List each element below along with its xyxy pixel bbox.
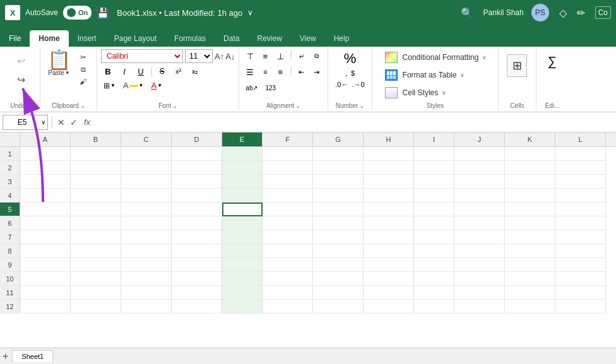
cell-g2[interactable] xyxy=(313,161,364,175)
cell-a1[interactable] xyxy=(20,147,71,161)
format-as-table-button[interactable]: Format as Table ∨ xyxy=(380,67,491,83)
cell-k1[interactable] xyxy=(505,147,555,161)
cell-g5[interactable] xyxy=(313,203,364,216)
cell-g1[interactable] xyxy=(313,147,364,161)
percent-button[interactable]: % xyxy=(344,50,357,67)
cell-i12[interactable] xyxy=(414,300,454,314)
cell-c4[interactable] xyxy=(121,189,172,203)
font-size-dropdown[interactable]: 11 xyxy=(185,49,213,63)
cell-c3[interactable] xyxy=(121,175,172,189)
cell-l11[interactable] xyxy=(555,286,606,300)
cell-l12[interactable] xyxy=(555,300,606,314)
cell-d5[interactable] xyxy=(172,203,222,216)
decrease-decimal-button[interactable]: .0← xyxy=(334,79,349,90)
redo-button[interactable]: ↪ xyxy=(12,71,31,88)
col-header-e[interactable]: E xyxy=(222,132,263,146)
cell-j9[interactable] xyxy=(454,258,505,272)
cell-h7[interactable] xyxy=(364,230,414,244)
cell-e8[interactable] xyxy=(222,244,263,258)
cell-a9[interactable] xyxy=(20,258,71,272)
cell-reference-box[interactable]: E5 xyxy=(3,115,41,130)
number-format-button[interactable]: 123 xyxy=(263,81,278,95)
cell-j6[interactable] xyxy=(454,216,505,230)
cell-h1[interactable] xyxy=(364,147,414,161)
tab-help[interactable]: Help xyxy=(325,30,358,47)
cells-button[interactable]: ⊞ xyxy=(504,52,530,79)
cell-l6[interactable] xyxy=(555,216,606,230)
cell-b2[interactable] xyxy=(71,161,121,175)
cell-i3[interactable] xyxy=(414,175,454,189)
cell-h3[interactable] xyxy=(364,175,414,189)
cell-e9[interactable] xyxy=(222,258,263,272)
cell-b10[interactable] xyxy=(71,272,121,286)
cell-l10[interactable] xyxy=(555,272,606,286)
tab-file[interactable]: File xyxy=(0,30,30,47)
tab-data[interactable]: Data xyxy=(215,30,248,47)
cell-a10[interactable] xyxy=(20,272,71,286)
cell-i4[interactable] xyxy=(414,189,454,203)
col-header-j[interactable]: J xyxy=(454,132,505,146)
cell-a7[interactable] xyxy=(20,230,71,244)
paste-button[interactable]: 📋 Paste ▼ xyxy=(45,50,73,76)
row-header-12[interactable]: 12 xyxy=(0,300,20,314)
cell-b5[interactable] xyxy=(71,203,121,216)
autosave-toggle[interactable]: On xyxy=(63,6,92,20)
align-right-button[interactable]: ≡ xyxy=(273,65,287,79)
font-color-button[interactable]: A ▼ xyxy=(149,79,165,91)
cell-f11[interactable] xyxy=(263,286,313,300)
row-header-5[interactable]: 5 xyxy=(0,203,20,216)
cell-k10[interactable] xyxy=(505,272,555,286)
align-middle-button[interactable]: ≡ xyxy=(258,49,272,63)
cell-f7[interactable] xyxy=(263,230,313,244)
font-group-expand-icon[interactable]: ⌄ xyxy=(172,102,177,109)
cell-f1[interactable] xyxy=(263,147,313,161)
undo-group-expand-icon[interactable]: ⌄ xyxy=(27,102,32,109)
cell-k8[interactable] xyxy=(505,244,555,258)
cell-h2[interactable] xyxy=(364,161,414,175)
cell-a11[interactable] xyxy=(20,286,71,300)
cell-e12[interactable] xyxy=(222,300,263,314)
cell-j12[interactable] xyxy=(454,300,505,314)
cell-k2[interactable] xyxy=(505,161,555,175)
row-header-10[interactable]: 10 xyxy=(0,272,20,286)
cell-c12[interactable] xyxy=(121,300,172,314)
cell-j3[interactable] xyxy=(454,175,505,189)
cell-j4[interactable] xyxy=(454,189,505,203)
increase-font-button[interactable]: A↑ xyxy=(215,52,224,61)
cell-a2[interactable] xyxy=(20,161,71,175)
col-header-k[interactable]: K xyxy=(505,132,555,146)
conditional-formatting-button[interactable]: Conditional Formatting ∨ xyxy=(380,49,491,66)
cell-i6[interactable] xyxy=(414,216,454,230)
col-header-d[interactable]: D xyxy=(172,132,222,146)
italic-button[interactable]: I xyxy=(117,64,131,78)
cell-a12[interactable] xyxy=(20,300,71,314)
merge-cells-button[interactable]: ⧉ xyxy=(310,49,324,63)
cell-k9[interactable] xyxy=(505,258,555,272)
cell-b12[interactable] xyxy=(71,300,121,314)
cell-i1[interactable] xyxy=(414,147,454,161)
cell-c6[interactable] xyxy=(121,216,172,230)
cell-j11[interactable] xyxy=(454,286,505,300)
col-header-a[interactable]: A xyxy=(20,132,71,146)
cell-k12[interactable] xyxy=(505,300,555,314)
cell-c5[interactable] xyxy=(121,203,172,216)
cell-g4[interactable] xyxy=(313,189,364,203)
cell-c1[interactable] xyxy=(121,147,172,161)
cell-l3[interactable] xyxy=(555,175,606,189)
row-header-2[interactable]: 2 xyxy=(0,161,20,175)
cell-e6[interactable] xyxy=(222,216,263,230)
alignment-group-expand-icon[interactable]: ⌄ xyxy=(295,102,300,109)
cell-i8[interactable] xyxy=(414,244,454,258)
cell-c9[interactable] xyxy=(121,258,172,272)
accounting-button[interactable]: $ xyxy=(350,68,356,78)
cell-k3[interactable] xyxy=(505,175,555,189)
cell-l1[interactable] xyxy=(555,147,606,161)
cell-i7[interactable] xyxy=(414,230,454,244)
cell-f2[interactable] xyxy=(263,161,313,175)
bold-button[interactable]: B xyxy=(101,64,115,78)
cell-h4[interactable] xyxy=(364,189,414,203)
cell-k11[interactable] xyxy=(505,286,555,300)
cell-k5[interactable] xyxy=(505,203,555,216)
formula-input[interactable] xyxy=(95,115,613,130)
format-painter-button[interactable]: 🖌 xyxy=(74,76,92,87)
